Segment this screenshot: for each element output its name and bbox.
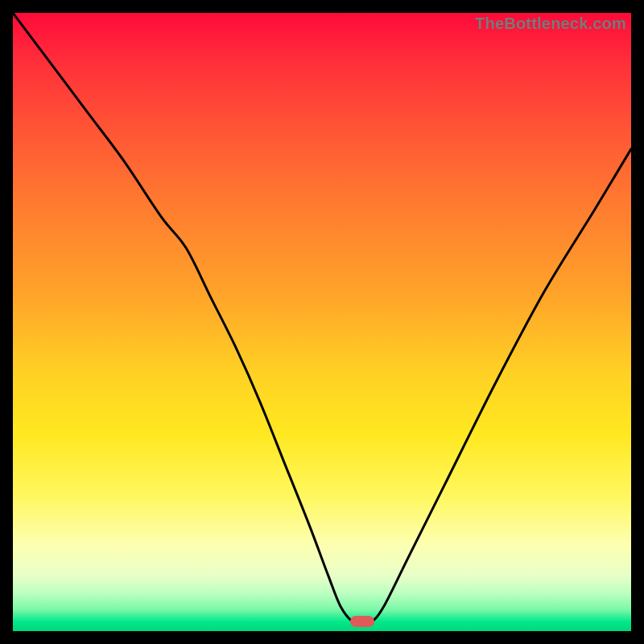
minimum-marker: [350, 616, 374, 627]
plot-area: TheBottleneck.com: [13, 13, 631, 631]
bottleneck-curve: [13, 13, 631, 631]
chart-frame: TheBottleneck.com: [13, 13, 631, 631]
